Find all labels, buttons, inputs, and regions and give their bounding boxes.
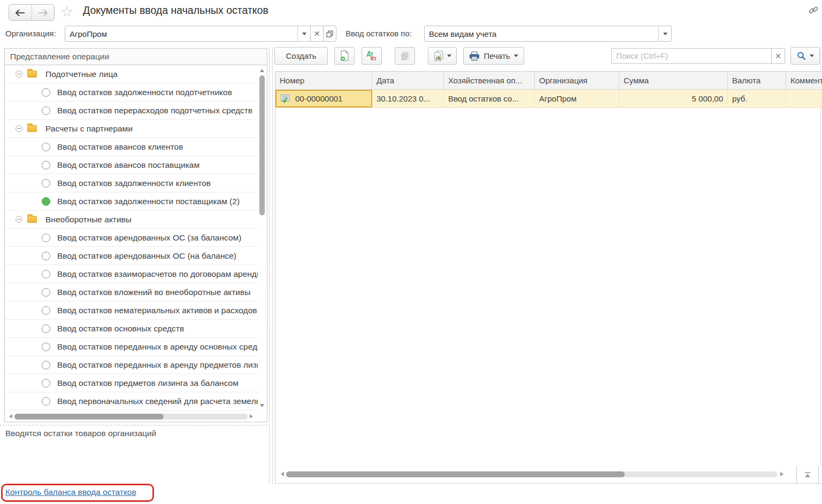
search-button[interactable]: [790, 47, 820, 65]
back-button[interactable]: [9, 5, 32, 20]
favorite-star-icon[interactable]: ☆: [60, 3, 73, 20]
document-cell[interactable]: 30.10.2023 0...: [372, 90, 444, 107]
organization-clear-button[interactable]: ✕: [310, 26, 324, 42]
collapse-icon[interactable]: [16, 216, 22, 223]
organization-combobox[interactable]: [65, 26, 311, 42]
column-header[interactable]: Организация: [535, 72, 619, 89]
cell-text: Ввод остатков со...: [448, 94, 519, 103]
scope-dropdown-icon[interactable]: [658, 26, 671, 41]
cell-text: АгроПром: [539, 94, 577, 103]
search-input[interactable]: [611, 48, 772, 64]
create-button[interactable]: Создать: [274, 47, 328, 65]
tree-vertical-scrollbar[interactable]: [258, 66, 266, 410]
column-header[interactable]: Комментарий: [786, 72, 822, 89]
tree-item-label: Ввод остатков взаиморасчетов по договора…: [57, 269, 258, 279]
document-cell[interactable]: [786, 90, 822, 107]
scroll-to-top-button[interactable]: [796, 466, 819, 483]
search-icon: [797, 51, 806, 60]
scroll-up-icon[interactable]: [260, 67, 264, 72]
tree-item-label: Ввод остатков задолженности клиентов: [57, 179, 211, 188]
document-cell[interactable]: 5 000,00: [619, 90, 728, 107]
tree-item-row[interactable]: Ввод остатков арендованных ОС (за баланс…: [5, 229, 258, 247]
tree-header[interactable]: Представление операции: [5, 49, 267, 65]
tree-horizontal-scrollbar[interactable]: [6, 413, 256, 421]
balance-control-link[interactable]: Контроль баланса ввода остатков: [5, 487, 136, 497]
column-header[interactable]: Сумма: [619, 72, 728, 89]
tree-hscroll-track[interactable]: [14, 414, 248, 420]
operation-marker-icon: [42, 179, 50, 188]
organization-label: Организация:: [5, 29, 56, 38]
print-button[interactable]: Печать: [463, 47, 524, 65]
tree-item-label: Ввод остатков переданных в аренду основн…: [57, 342, 258, 352]
tree-item-row[interactable]: Ввод остатков перерасходов подотчетных с…: [5, 102, 258, 120]
column-header[interactable]: Номер: [275, 72, 372, 89]
dt-kt-postings-button[interactable]: Дт Кт: [362, 47, 382, 65]
grid-hscroll-track[interactable]: [286, 471, 777, 477]
organization-dropdown-icon[interactable]: [297, 26, 310, 41]
scope-value[interactable]: [425, 26, 658, 41]
tree-item-row[interactable]: Ввод остатков переданных в аренду основн…: [5, 338, 258, 356]
create-new-document-button[interactable]: [334, 47, 355, 65]
forward-button[interactable]: [32, 5, 55, 20]
tree-item-label: Ввод остатков задолженности подотчетнико…: [57, 88, 232, 97]
collapse-icon[interactable]: [16, 71, 22, 77]
copy-button[interactable]: [395, 47, 415, 65]
operation-marker-icon: [42, 288, 50, 297]
forward-arrow-icon: [38, 10, 48, 16]
tree-item-row[interactable]: Ввод остатков предметов лизинга за балан…: [5, 374, 258, 392]
collapse-icon[interactable]: [16, 125, 22, 132]
tree-item-row[interactable]: Ввод остатков задолженности подотчетнико…: [5, 83, 258, 102]
reports-menu-button[interactable]: [428, 47, 457, 65]
scroll-to-top-icon: [804, 472, 811, 478]
operation-marker-icon: [42, 234, 50, 242]
scroll-left-icon[interactable]: [7, 414, 12, 418]
tree-item-label: Ввод остатков переданных в аренду предме…: [57, 360, 258, 370]
tree-item-row[interactable]: Ввод остатков задолженности клиентов: [5, 174, 258, 192]
grid-horizontal-scrollbar[interactable]: [275, 466, 822, 483]
tree-item-row[interactable]: Ввод остатков авансов поставщикам: [5, 156, 258, 174]
column-header[interactable]: Хозяйственная оп...: [444, 72, 535, 89]
back-arrow-icon: [16, 10, 25, 16]
operation-tree: Подотчетные лицаВвод остатков задолженно…: [5, 65, 258, 411]
tree-item-row[interactable]: Ввод остатков переданных в аренду предме…: [5, 356, 258, 374]
dt-kt-icon: Дт Кт: [365, 50, 378, 63]
organization-value[interactable]: [65, 26, 297, 41]
operation-marker-icon: [42, 252, 50, 260]
document-row[interactable]: 00-0000000130.10.2023 0...Ввод остатков …: [275, 90, 822, 108]
folder-icon: [27, 71, 37, 77]
tree-group-row[interactable]: Расчеты с партнерами: [5, 120, 258, 138]
cell-text: 30.10.2023 0...: [377, 94, 430, 103]
tree-item-row[interactable]: Ввод остатков вложений во внеоборотные а…: [5, 283, 258, 301]
panel-splitter[interactable]: [269, 47, 273, 484]
document-cell[interactable]: 00-00000001: [275, 90, 372, 107]
scope-combobox[interactable]: [424, 26, 672, 42]
tree-item-row[interactable]: Ввод остатков взаиморасчетов по договора…: [5, 265, 258, 283]
scroll-left-icon[interactable]: [279, 472, 284, 476]
column-header[interactable]: Дата: [372, 72, 444, 89]
tree-vscroll-thumb[interactable]: [259, 75, 265, 215]
operation-marker-icon: [42, 161, 50, 169]
tree-group-row[interactable]: Подотчетные лица: [5, 65, 258, 83]
scroll-right-icon[interactable]: [780, 472, 786, 476]
scroll-down-icon[interactable]: [260, 404, 264, 409]
tree-item-row[interactable]: Ввод остатков задолженности поставщикам …: [5, 192, 258, 211]
organization-choose-button[interactable]: [323, 26, 336, 42]
report-chart-icon: [434, 50, 443, 61]
tree-item-row[interactable]: Ввод остатков нематериальных активов и р…: [5, 301, 258, 320]
tree-item-row[interactable]: Ввод остатков авансов клиентов: [5, 138, 258, 156]
document-cell[interactable]: руб.: [728, 90, 786, 107]
column-header[interactable]: Валюта: [728, 72, 786, 89]
scroll-right-icon[interactable]: [250, 414, 255, 418]
operation-marker-icon: [42, 324, 50, 333]
search-clear-button[interactable]: ✕: [771, 48, 785, 64]
tree-group-row[interactable]: Внеоборотные активы: [5, 211, 258, 229]
document-cell[interactable]: Ввод остатков со...: [444, 90, 535, 107]
get-link-icon[interactable]: [808, 4, 819, 16]
document-cell[interactable]: АгроПром: [535, 90, 619, 107]
tree-item-label: Ввод остатков предметов лизинга за балан…: [57, 378, 239, 388]
grid-hscroll-thumb[interactable]: [286, 471, 625, 477]
tree-item-row[interactable]: Ввод остатков арендованных ОС (на баланс…: [5, 247, 258, 265]
tree-hscroll-thumb[interactable]: [14, 414, 164, 420]
tree-item-row[interactable]: Ввод первоначальных сведений для расчета…: [5, 392, 258, 410]
tree-item-row[interactable]: Ввод остатков основных средств: [5, 320, 258, 338]
